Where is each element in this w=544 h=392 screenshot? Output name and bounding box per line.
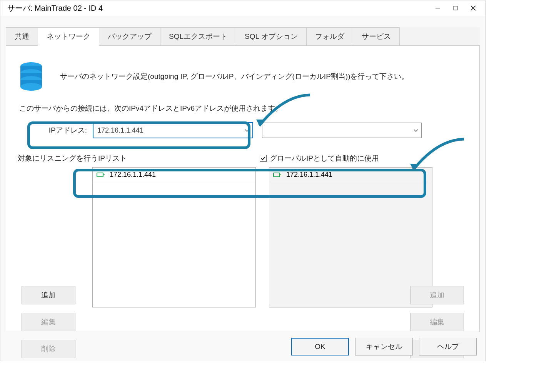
edit-button-right[interactable]: 編集 (410, 313, 464, 331)
tab-bar: 共通 ネットワーク バックアップ SQLエクスポート SQL オプション フォル… (6, 27, 480, 46)
tab-service[interactable]: サービス (353, 27, 400, 45)
network-page: サーバのネットワーク設定(outgoing IP, グローバルIP、バインディン… (6, 46, 480, 332)
window-title: サーバ: MainTrade 02 - ID 4 (3, 3, 429, 13)
list-item[interactable]: 172.16.1.1.441 (269, 168, 432, 182)
global-ip-checkbox-label: グローバルIPとして自動的に使用 (270, 153, 379, 163)
tab-folder[interactable]: フォルダ (306, 27, 353, 45)
tab-sql-export[interactable]: SQLエクスポート (160, 27, 236, 45)
connect-info-label: このサーバからの接続には、次のIPv4アドレスとIPv6アドレスが使用されます。 (19, 103, 468, 113)
ip-address-combo[interactable]: 172.16.1.1.441 (93, 123, 253, 138)
ok-button[interactable]: OK (291, 338, 349, 355)
ip-address-value: 172.16.1.1.441 (97, 126, 144, 135)
tab-backup[interactable]: バックアップ (99, 27, 160, 45)
cancel-button[interactable]: キャンセル (355, 338, 413, 355)
listening-list-label: 対象にリスニングを行うIPリスト (18, 153, 247, 163)
minimize-button[interactable] (429, 2, 447, 14)
server-settings-window: サーバ: MainTrade 02 - ID 4 共通 ネットワーク バックアッ… (0, 0, 486, 361)
svg-rect-11 (97, 173, 103, 177)
global-ip-listbox[interactable]: 172.16.1.1.441 (269, 167, 432, 307)
ip-address-label: IPアドレス: (33, 125, 87, 135)
intro-text: サーバのネットワーク設定(outgoing IP, グローバルIP、バインディン… (60, 71, 409, 81)
svg-rect-1 (454, 6, 457, 10)
list-item[interactable]: 172.16.1.1.441 (93, 168, 255, 182)
maximize-button[interactable] (447, 2, 464, 14)
tab-network[interactable]: ネットワーク (38, 27, 99, 46)
network-adapter-icon (97, 172, 105, 178)
list-item-label: 172.16.1.1.441 (286, 171, 332, 179)
svg-point-10 (20, 83, 42, 91)
dialog-footer: OK キャンセル ヘルプ (291, 338, 477, 355)
add-button-left[interactable]: 追加 (22, 286, 75, 304)
titlebar: サーバ: MainTrade 02 - ID 4 (0, 0, 485, 16)
chevron-down-icon (245, 127, 249, 133)
add-button-right[interactable]: 追加 (410, 286, 464, 304)
chevron-down-icon (414, 127, 418, 133)
network-adapter-icon (273, 172, 282, 178)
server-icon (18, 61, 45, 92)
tab-common[interactable]: 共通 (6, 27, 38, 45)
close-button[interactable] (464, 2, 482, 14)
left-button-column: 追加 編集 削除 (22, 286, 75, 358)
listening-ip-listbox[interactable]: 172.16.1.1.441 (92, 167, 256, 307)
checkbox-icon (260, 155, 267, 162)
global-ip-checkbox-row[interactable]: グローバルIPとして自動的に使用 (260, 153, 468, 163)
svg-rect-13 (274, 173, 280, 177)
help-button[interactable]: ヘルプ (419, 338, 477, 355)
edit-button-left[interactable]: 編集 (22, 313, 75, 331)
list-item-label: 172.16.1.1.441 (110, 171, 156, 179)
delete-button-left[interactable]: 削除 (22, 340, 75, 358)
secondary-ip-combo[interactable] (262, 123, 422, 138)
tab-sql-options[interactable]: SQL オプション (236, 27, 307, 45)
